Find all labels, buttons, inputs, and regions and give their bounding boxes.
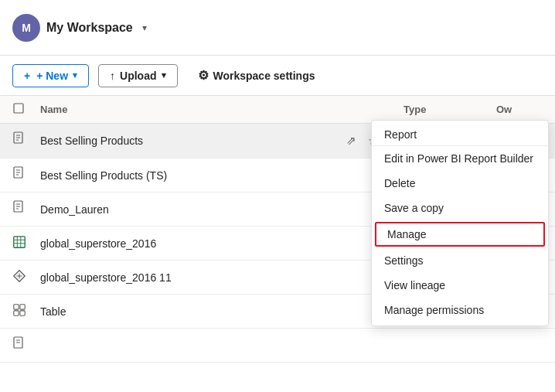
header-type-col: Type xyxy=(403,104,496,115)
new-label: + New xyxy=(36,70,68,82)
share-icon: ⇗ xyxy=(346,134,356,148)
row-2-icon xyxy=(12,166,40,185)
settings-label: Settings xyxy=(384,254,424,267)
svg-rect-21 xyxy=(14,304,19,308)
upload-label: Upload xyxy=(120,70,156,82)
table-row[interactable] xyxy=(0,329,555,363)
edit-label: Edit in Power BI Report Builder xyxy=(384,152,533,165)
context-menu-item-save-copy[interactable]: Save a copy xyxy=(372,196,548,220)
header-owner-col: Ow xyxy=(496,104,543,115)
row-3-icon xyxy=(12,200,40,219)
manage-permissions-label: Manage permissions xyxy=(384,304,484,316)
share-button[interactable]: ⇗ xyxy=(342,130,360,152)
avatar[interactable]: M xyxy=(12,14,40,42)
gear-icon: ⚙ xyxy=(198,68,209,83)
svg-rect-13 xyxy=(14,236,25,247)
row-5-icon xyxy=(12,268,40,287)
context-menu-type-header: Report xyxy=(372,124,548,146)
row-4-name: global_superstore_2016 xyxy=(40,237,342,250)
header-icon-col xyxy=(12,102,40,117)
context-menu-item-edit[interactable]: Edit in Power BI Report Builder xyxy=(372,146,548,171)
header-name-col: Name xyxy=(40,104,342,115)
svg-rect-0 xyxy=(14,104,23,113)
context-menu-item-manage[interactable]: Manage xyxy=(375,222,545,247)
svg-rect-24 xyxy=(20,310,25,315)
row-5-name: global_superstore_2016 11 xyxy=(40,271,342,284)
row-4-icon xyxy=(12,234,40,253)
context-menu: Report Edit in Power BI Report Builder D… xyxy=(371,120,549,326)
view-lineage-label: View lineage xyxy=(384,279,445,291)
new-button[interactable]: + + New ▾ xyxy=(12,64,89,87)
workspace-name: My Workspace xyxy=(46,21,133,35)
context-menu-item-view-lineage[interactable]: View lineage xyxy=(372,273,548,298)
upload-dropdown-icon: ▾ xyxy=(162,70,166,80)
svg-rect-23 xyxy=(14,310,19,315)
row-1-name: Best Selling Products xyxy=(40,135,342,147)
context-menu-item-settings[interactable]: Settings xyxy=(372,248,548,273)
workspace-chevron-icon[interactable]: ▾ xyxy=(142,22,147,33)
context-menu-item-delete[interactable]: Delete xyxy=(372,171,548,196)
new-dropdown-icon: ▾ xyxy=(73,70,77,80)
workspace-settings-button[interactable]: ⚙ Workspace settings xyxy=(187,63,326,87)
row-2-name: Best Selling Products (TS) xyxy=(40,169,342,182)
workspace-settings-label: Workspace settings xyxy=(213,70,315,82)
save-copy-label: Save a copy xyxy=(384,202,444,214)
row-7-icon xyxy=(12,336,40,355)
plus-icon: + xyxy=(24,70,30,82)
upload-icon: ↑ xyxy=(110,70,115,82)
context-menu-item-manage-permissions[interactable]: Manage permissions xyxy=(372,298,548,322)
delete-label: Delete xyxy=(384,177,415,189)
toolbar: + + New ▾ ↑ Upload ▾ ⚙ Workspace setting… xyxy=(0,56,555,96)
row-6-name: Table xyxy=(40,305,342,318)
row-6-icon xyxy=(12,302,40,321)
svg-rect-22 xyxy=(20,304,25,308)
manage-label: Manage xyxy=(387,228,427,240)
header: M My Workspace ▾ xyxy=(0,0,555,56)
row-1-icon xyxy=(12,131,40,150)
upload-button[interactable]: ↑ Upload ▾ xyxy=(98,64,177,87)
row-3-name: Demo_Lauren xyxy=(40,203,342,216)
